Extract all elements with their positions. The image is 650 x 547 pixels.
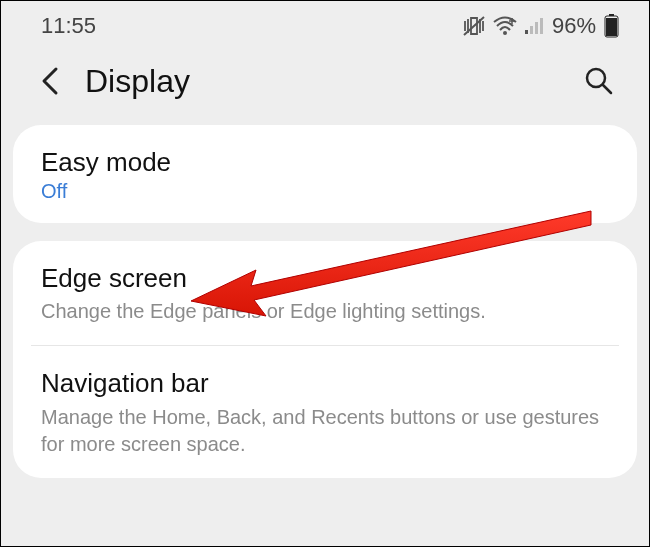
back-button[interactable] — [31, 61, 71, 101]
edge-screen-title: Edge screen — [41, 263, 609, 294]
svg-rect-5 — [540, 18, 543, 34]
svg-line-0 — [464, 17, 484, 35]
status-bar: 11:55 96% — [1, 1, 649, 47]
easy-mode-row[interactable]: Easy mode Off — [13, 125, 637, 223]
battery-icon — [604, 14, 619, 38]
search-button[interactable] — [579, 61, 619, 101]
navigation-bar-row[interactable]: Navigation bar Manage the Home, Back, an… — [13, 346, 637, 477]
header: Display — [1, 47, 649, 125]
chevron-left-icon — [40, 66, 62, 96]
navigation-bar-subtitle: Manage the Home, Back, and Recents butto… — [41, 404, 609, 458]
navigation-bar-title: Navigation bar — [41, 368, 609, 399]
edge-screen-subtitle: Change the Edge panels or Edge lighting … — [41, 298, 609, 325]
search-icon — [584, 66, 614, 96]
svg-point-1 — [503, 31, 507, 35]
signal-icon — [524, 17, 546, 35]
svg-rect-8 — [606, 18, 617, 36]
battery-percentage: 96% — [552, 13, 596, 39]
svg-line-10 — [603, 85, 611, 93]
svg-rect-3 — [530, 26, 533, 34]
settings-card-1: Easy mode Off — [13, 125, 637, 223]
easy-mode-title: Easy mode — [41, 147, 609, 178]
status-time: 11:55 — [41, 13, 96, 39]
wifi-icon — [492, 16, 518, 36]
svg-rect-2 — [525, 30, 528, 34]
svg-rect-4 — [535, 22, 538, 34]
vibrate-icon — [462, 15, 486, 37]
page-title: Display — [85, 63, 579, 100]
edge-screen-row[interactable]: Edge screen Change the Edge panels or Ed… — [13, 241, 637, 345]
easy-mode-value: Off — [41, 180, 609, 203]
settings-card-2: Edge screen Change the Edge panels or Ed… — [13, 241, 637, 477]
status-icons: 96% — [462, 13, 619, 39]
